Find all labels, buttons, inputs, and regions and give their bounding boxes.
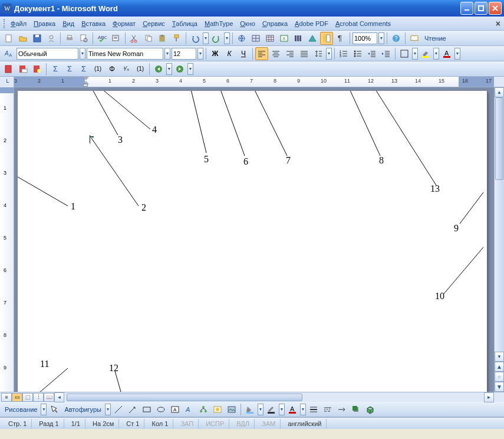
status-ext[interactable]: ВДЛ bbox=[232, 419, 255, 428]
left-indent-marker[interactable] bbox=[83, 84, 88, 87]
font-color-drawing-dropdown[interactable]: ▼ bbox=[300, 404, 306, 415]
align-left-button[interactable] bbox=[255, 47, 268, 60]
print-button[interactable] bbox=[63, 32, 76, 45]
research-button[interactable] bbox=[110, 32, 123, 45]
undo-dropdown[interactable]: ▼ bbox=[203, 32, 209, 44]
menu-формат[interactable]: Формат bbox=[109, 19, 139, 28]
borders-button[interactable] bbox=[398, 47, 411, 60]
line-button[interactable] bbox=[112, 403, 125, 416]
menu-сервис[interactable]: Сервис bbox=[139, 19, 169, 28]
spellcheck-button[interactable]: ABC bbox=[95, 32, 108, 45]
decrease-indent-button[interactable] bbox=[365, 47, 378, 60]
highlight-dropdown[interactable]: ▼ bbox=[433, 48, 439, 60]
font-color-dropdown[interactable]: ▼ bbox=[454, 48, 460, 60]
menu-таблица[interactable]: Таблица bbox=[169, 19, 201, 28]
bullets-button[interactable] bbox=[351, 47, 364, 60]
equation-sigma2-button[interactable]: Σ bbox=[63, 63, 76, 76]
pdf-convert-button[interactable] bbox=[2, 63, 15, 76]
tables-borders-button[interactable] bbox=[249, 32, 262, 45]
status-trk[interactable]: ИСПР bbox=[201, 419, 229, 428]
align-center-button[interactable] bbox=[269, 47, 282, 60]
equation-ref1-button[interactable]: ¹⁄ₓ bbox=[120, 63, 133, 76]
document-close-button[interactable]: × bbox=[496, 19, 500, 28]
save-button[interactable] bbox=[31, 32, 44, 45]
next-page-button[interactable]: ▼ bbox=[495, 382, 504, 392]
oval-button[interactable] bbox=[154, 403, 167, 416]
menu-файл[interactable]: Файл bbox=[7, 19, 30, 28]
arrow-button[interactable] bbox=[126, 403, 139, 416]
font-combo[interactable] bbox=[87, 48, 163, 60]
permissions-button[interactable] bbox=[45, 32, 58, 45]
menu-окно[interactable]: Окно bbox=[236, 19, 259, 28]
normal-view-button[interactable]: ≡ bbox=[1, 393, 12, 402]
insert-picture-button[interactable] bbox=[225, 403, 238, 416]
line-color-button[interactable] bbox=[265, 403, 278, 416]
numbering-button[interactable]: 123 bbox=[337, 47, 350, 60]
redo-button[interactable] bbox=[210, 32, 223, 45]
equation-sigma3-button[interactable]: Σ bbox=[77, 63, 90, 76]
style-combo[interactable] bbox=[17, 48, 78, 60]
menu-вставка[interactable]: Вставка bbox=[78, 19, 109, 28]
menu-mathtype[interactable]: MathType bbox=[201, 19, 236, 28]
document-viewport[interactable]: 1 2 3 4 5 6 7 8 9 10 11 12 13 bbox=[14, 87, 494, 392]
line-spacing-dropdown[interactable]: ▼ bbox=[326, 48, 332, 60]
justify-button[interactable] bbox=[298, 47, 311, 60]
line-color-dropdown[interactable]: ▼ bbox=[279, 404, 285, 415]
vertical-scrollbar[interactable]: ▲ ▼ ▲ ○ ▼ bbox=[494, 87, 504, 392]
web-forward-button[interactable] bbox=[173, 63, 186, 76]
hscroll-right-button[interactable]: ► bbox=[484, 392, 494, 402]
highlight-button[interactable] bbox=[419, 47, 432, 60]
hscroll-left-button[interactable]: ◄ bbox=[54, 392, 64, 402]
scroll-thumb[interactable] bbox=[495, 97, 503, 180]
maximize-button[interactable] bbox=[475, 2, 487, 15]
3d-button[interactable] bbox=[364, 403, 377, 416]
menu-вид[interactable]: Вид bbox=[59, 19, 78, 28]
scroll-down-button[interactable]: ▼ bbox=[495, 352, 504, 362]
drawing-menu[interactable]: Рисование bbox=[2, 406, 39, 413]
prev-page-button[interactable]: ▲ bbox=[495, 362, 504, 372]
scroll-track[interactable] bbox=[495, 97, 504, 352]
horizontal-ruler[interactable]: 3211234567891011121314151617 bbox=[14, 77, 494, 87]
textbox-button[interactable]: A bbox=[169, 403, 182, 416]
hscroll-thumb[interactable] bbox=[67, 394, 302, 401]
line-spacing-button[interactable] bbox=[312, 47, 325, 60]
outline-view-button[interactable]: ⋮ bbox=[33, 393, 44, 402]
dash-style-button[interactable] bbox=[321, 403, 334, 416]
web-back-dropdown[interactable]: ▼ bbox=[166, 63, 172, 75]
paste-button[interactable] bbox=[156, 32, 169, 45]
select-objects-button[interactable] bbox=[48, 403, 61, 416]
minimize-button[interactable] bbox=[460, 2, 473, 15]
shadow-button[interactable] bbox=[350, 403, 363, 416]
vertical-ruler[interactable]: 123456789 bbox=[0, 87, 14, 392]
italic-button[interactable]: К bbox=[223, 47, 236, 60]
status-rec[interactable]: ЗАП bbox=[176, 419, 199, 428]
diagram-button[interactable] bbox=[197, 403, 210, 416]
format-painter-button[interactable] bbox=[170, 32, 183, 45]
insert-table-button[interactable] bbox=[263, 32, 276, 45]
font-color-drawing-button[interactable]: A bbox=[286, 403, 299, 416]
cut-button[interactable] bbox=[128, 32, 141, 45]
horizontal-scrollbar[interactable] bbox=[67, 394, 482, 401]
equation-ref2-button[interactable]: (1) bbox=[134, 63, 147, 76]
menu-acrobat-comments[interactable]: Acrobat Comments bbox=[332, 19, 394, 28]
pdf-email-button[interactable] bbox=[17, 63, 29, 76]
equation-num1-button[interactable]: (1) bbox=[91, 63, 104, 76]
style-dropdown[interactable]: ▼ bbox=[80, 48, 85, 60]
font-dropdown[interactable]: ▼ bbox=[164, 48, 170, 60]
show-formatting-button[interactable]: ¶ bbox=[334, 32, 347, 45]
borders-dropdown[interactable]: ▼ bbox=[412, 48, 418, 60]
new-button[interactable] bbox=[2, 32, 15, 45]
bold-button[interactable]: Ж bbox=[209, 47, 222, 60]
underline-button[interactable]: Ч bbox=[237, 47, 250, 60]
status-lang[interactable]: английский bbox=[283, 419, 327, 428]
equation-phi-button[interactable]: Φ bbox=[106, 63, 118, 76]
align-right-button[interactable] bbox=[284, 47, 297, 60]
menu-adobe-pdf[interactable]: Adobe PDF bbox=[291, 19, 332, 28]
hyperlink-button[interactable] bbox=[235, 32, 248, 45]
fill-color-dropdown[interactable]: ▼ bbox=[258, 404, 263, 415]
browse-object-button[interactable]: ○ bbox=[495, 372, 504, 382]
web-forward-dropdown[interactable]: ▼ bbox=[187, 63, 193, 75]
line-style-button[interactable] bbox=[307, 403, 320, 416]
rectangle-button[interactable] bbox=[140, 403, 153, 416]
wordart-button[interactable]: A bbox=[183, 403, 196, 416]
